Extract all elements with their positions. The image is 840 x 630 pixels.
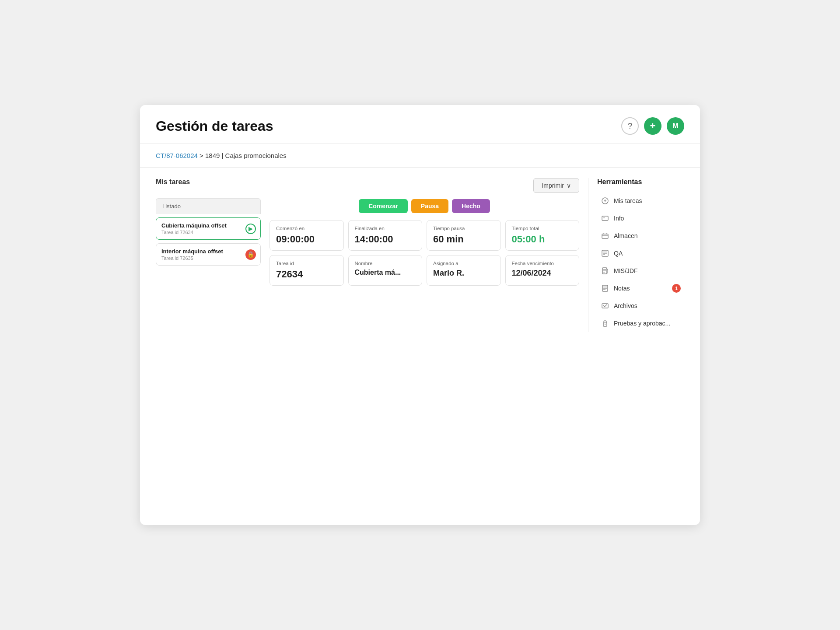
tools-title: Herramientas (597, 178, 684, 186)
info-card-nombre-label: Nombre (355, 261, 416, 266)
info-card-pausa: Tiempo pausa 60 min (427, 220, 501, 251)
svg-rect-5 (602, 234, 608, 238)
add-button[interactable]: + (644, 117, 662, 135)
info-card-nombre: Nombre Cubierta má... (348, 255, 423, 286)
tool-archivos-label: Archivos (614, 302, 637, 309)
info-card-fecha-label: Fecha vencimiento (512, 261, 573, 266)
tool-mis-tareas-label: Mis tareas (614, 197, 642, 204)
pruebas-icon (601, 319, 609, 328)
info-card-total-label: Tiempo total (512, 226, 573, 231)
svg-point-23 (605, 324, 606, 325)
tool-archivos[interactable]: Archivos (597, 297, 684, 315)
info-card-comenzo-label: Comenzó en (276, 226, 337, 231)
notas-badge: 1 (672, 284, 681, 293)
info-icon (601, 214, 609, 223)
tasks-header-row: Mis tareas (156, 178, 261, 192)
task-item-2[interactable]: Interior máquina offset Tarea id 72635 🔒 (156, 243, 261, 266)
task-item-1-name: Cubierta máquina offset (161, 222, 255, 229)
center-top-row: Imprimir ∨ (270, 178, 579, 193)
tasks-section-title: Mis tareas (156, 178, 190, 186)
breadcrumb-current: 1849 | Cajas promocionales (205, 152, 287, 159)
right-panel: Herramientas Mis tareas Info Almacen (588, 178, 684, 332)
breadcrumb-separator: > (200, 152, 205, 159)
task-list-header: Listado (156, 198, 261, 214)
tool-mis-tareas[interactable]: Mis tareas (597, 192, 684, 210)
left-panel: Mis tareas Listado Cubierta máquina offs… (156, 178, 261, 332)
tool-almacen[interactable]: Almacen (597, 227, 684, 245)
help-icon: ? (628, 122, 632, 131)
info-card-pausa-label: Tiempo pausa (433, 226, 494, 231)
tool-qa[interactable]: QA (597, 245, 684, 262)
task-item-1[interactable]: Cubierta máquina offset Tarea id 72634 ▶ (156, 217, 261, 240)
task-item-2-name: Interior máquina offset (161, 248, 255, 255)
tool-almacen-label: Almacen (614, 232, 637, 239)
breadcrumb: CT/87-062024 > 1849 | Cajas promocionale… (140, 144, 700, 168)
info-card-fecha-value: 12/06/2024 (512, 269, 573, 278)
comenzar-button[interactable]: Comenzar (359, 199, 408, 213)
avatar-label: M (672, 122, 678, 130)
header: Gestión de tareas ? + M (140, 105, 700, 144)
info-card-tarea-id-value: 72634 (276, 269, 337, 280)
tool-info[interactable]: Info (597, 210, 684, 227)
info-card-asignado: Asignado a Mario R. (427, 255, 501, 286)
info-card-asignado-value: Mario R. (433, 269, 494, 278)
avatar[interactable]: M (667, 117, 684, 135)
info-card-finalizada: Finalizada en 14:00:00 (348, 220, 423, 251)
tool-pruebas-label: Pruebas y aprobac... (614, 320, 670, 327)
task-item-2-id: Tarea id 72635 (161, 256, 255, 261)
notas-icon (601, 284, 609, 293)
info-card-nombre-value: Cubierta má... (355, 269, 416, 276)
info-card-tarea-id: Tarea id 72634 (270, 255, 344, 286)
qa-icon (601, 249, 609, 258)
task-item-2-lock-icon: 🔒 (245, 249, 256, 260)
info-card-pausa-value: 60 min (433, 234, 494, 245)
action-buttons: Comenzar Pausa Hecho (270, 199, 579, 213)
plus-icon: + (650, 120, 656, 132)
tool-qa-label: QA (614, 250, 623, 257)
info-card-tarea-id-label: Tarea id (276, 261, 337, 266)
info-card-total-value: 05:00 h (512, 234, 573, 245)
tool-info-label: Info (614, 215, 624, 222)
svg-rect-3 (602, 216, 608, 220)
center-panel: Imprimir ∨ Comenzar Pausa Hecho Comenzó … (261, 178, 588, 332)
imprimir-button[interactable]: Imprimir ∨ (533, 178, 579, 193)
info-card-asignado-label: Asignado a (433, 261, 494, 266)
mis-tareas-icon (601, 196, 609, 205)
header-actions: ? + M (621, 117, 684, 135)
info-card-fecha: Fecha vencimiento 12/06/2024 (505, 255, 580, 286)
mis-jdf-icon (601, 266, 609, 275)
task-item-1-play-icon: ▶ (245, 224, 256, 234)
app-window: Gestión de tareas ? + M CT/87-062024 > 1… (140, 105, 700, 525)
tool-pruebas[interactable]: Pruebas y aprobac... (597, 315, 684, 332)
info-card-total: Tiempo total 05:00 h (505, 220, 580, 251)
info-cards-row2: Tarea id 72634 Nombre Cubierta má... Asi… (270, 255, 579, 286)
archivos-icon (601, 301, 609, 310)
info-card-comenzo: Comenzó en 09:00:00 (270, 220, 344, 251)
main-content: Mis tareas Listado Cubierta máquina offs… (140, 168, 700, 343)
info-cards-row1: Comenzó en 09:00:00 Finalizada en 14:00:… (270, 220, 579, 251)
almacen-icon (601, 231, 609, 240)
help-button[interactable]: ? (621, 117, 639, 135)
pausa-button[interactable]: Pausa (411, 199, 448, 213)
imprimir-label: Imprimir (542, 182, 564, 189)
info-card-finalizada-value: 14:00:00 (355, 234, 416, 245)
imprimir-chevron-icon: ∨ (567, 182, 571, 189)
info-card-comenzo-value: 09:00:00 (276, 234, 337, 245)
tool-notas[interactable]: Notas 1 (597, 280, 684, 297)
breadcrumb-link[interactable]: CT/87-062024 (156, 152, 198, 159)
hecho-button[interactable]: Hecho (452, 199, 490, 213)
tool-mis-jdf[interactable]: MIS/JDF (597, 262, 684, 280)
tool-notas-label: Notas (614, 285, 630, 292)
tool-mis-jdf-label: MIS/JDF (614, 267, 637, 274)
task-item-1-id: Tarea id 72634 (161, 230, 255, 235)
page-title: Gestión de tareas (156, 118, 273, 134)
info-card-finalizada-label: Finalizada en (355, 226, 416, 231)
